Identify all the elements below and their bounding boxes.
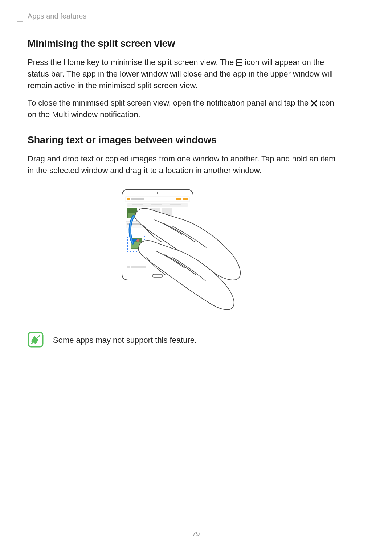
svg-point-5 [157, 192, 158, 194]
page-corner-decoration [17, 4, 23, 22]
svg-rect-1 [236, 63, 242, 66]
svg-rect-14 [151, 204, 162, 205]
svg-rect-8 [127, 198, 130, 200]
text-run: Press the Home key to minimise the split… [28, 58, 236, 67]
page-content: Minimising the split screen view Press t… [28, 38, 340, 349]
note-row: Some apps may not support this feature. [28, 332, 340, 349]
heading-minimising: Minimising the split screen view [28, 38, 340, 49]
heading-sharing: Sharing text or images between windows [28, 135, 340, 146]
breadcrumb: Apps and features [28, 12, 86, 20]
svg-rect-0 [236, 60, 242, 62]
paragraph-sharing: Drag and drop text or copied images from… [28, 153, 340, 176]
svg-rect-13 [132, 204, 143, 205]
drag-drop-illustration [118, 187, 249, 311]
paragraph-minimise-2: To close the minimised split screen view… [28, 97, 340, 120]
svg-rect-9 [131, 198, 144, 200]
text-run: To close the minimised split screen view… [28, 98, 311, 107]
close-icon [311, 98, 317, 105]
paragraph-minimise-1: Press the Home key to minimise the split… [28, 57, 340, 91]
svg-rect-15 [170, 204, 181, 205]
note-text: Some apps may not support this feature. [53, 336, 197, 345]
svg-rect-11 [183, 198, 188, 200]
svg-rect-31 [127, 266, 130, 268]
svg-point-30 [136, 239, 139, 242]
page-number: 79 [0, 530, 392, 538]
svg-rect-32 [131, 266, 146, 268]
multiwindow-icon [236, 58, 242, 64]
note-icon [28, 332, 44, 349]
svg-rect-10 [176, 198, 181, 200]
